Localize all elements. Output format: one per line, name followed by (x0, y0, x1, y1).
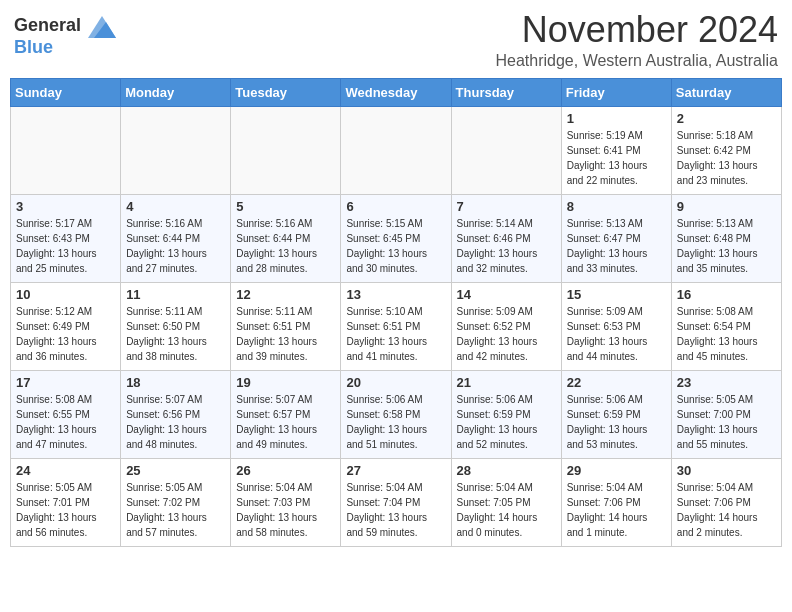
logo-general-text: General (14, 15, 81, 35)
day-number: 11 (126, 287, 225, 302)
day-info: Sunrise: 5:11 AM Sunset: 6:51 PM Dayligh… (236, 304, 335, 364)
day-info: Sunrise: 5:07 AM Sunset: 6:56 PM Dayligh… (126, 392, 225, 452)
calendar-week-row: 17Sunrise: 5:08 AM Sunset: 6:55 PM Dayli… (11, 370, 782, 458)
logo: General Blue (14, 16, 116, 56)
day-number: 15 (567, 287, 666, 302)
day-info: Sunrise: 5:09 AM Sunset: 6:52 PM Dayligh… (457, 304, 556, 364)
calendar-cell: 25Sunrise: 5:05 AM Sunset: 7:02 PM Dayli… (121, 458, 231, 546)
logo-blue-text: Blue (14, 38, 53, 56)
calendar-cell: 2Sunrise: 5:18 AM Sunset: 6:42 PM Daylig… (671, 106, 781, 194)
calendar-week-row: 1Sunrise: 5:19 AM Sunset: 6:41 PM Daylig… (11, 106, 782, 194)
day-number: 27 (346, 463, 445, 478)
day-info: Sunrise: 5:05 AM Sunset: 7:01 PM Dayligh… (16, 480, 115, 540)
calendar-cell: 26Sunrise: 5:04 AM Sunset: 7:03 PM Dayli… (231, 458, 341, 546)
calendar-cell: 13Sunrise: 5:10 AM Sunset: 6:51 PM Dayli… (341, 282, 451, 370)
day-number: 24 (16, 463, 115, 478)
day-number: 6 (346, 199, 445, 214)
day-number: 9 (677, 199, 776, 214)
calendar-cell (341, 106, 451, 194)
calendar-cell: 7Sunrise: 5:14 AM Sunset: 6:46 PM Daylig… (451, 194, 561, 282)
weekday-header-tuesday: Tuesday (231, 78, 341, 106)
day-number: 23 (677, 375, 776, 390)
calendar-cell: 12Sunrise: 5:11 AM Sunset: 6:51 PM Dayli… (231, 282, 341, 370)
calendar-cell: 30Sunrise: 5:04 AM Sunset: 7:06 PM Dayli… (671, 458, 781, 546)
day-number: 28 (457, 463, 556, 478)
day-info: Sunrise: 5:15 AM Sunset: 6:45 PM Dayligh… (346, 216, 445, 276)
day-info: Sunrise: 5:06 AM Sunset: 6:59 PM Dayligh… (457, 392, 556, 452)
day-info: Sunrise: 5:07 AM Sunset: 6:57 PM Dayligh… (236, 392, 335, 452)
calendar-cell: 16Sunrise: 5:08 AM Sunset: 6:54 PM Dayli… (671, 282, 781, 370)
day-info: Sunrise: 5:04 AM Sunset: 7:05 PM Dayligh… (457, 480, 556, 540)
location-title: Heathridge, Western Australia, Australia (495, 52, 778, 70)
day-number: 30 (677, 463, 776, 478)
day-info: Sunrise: 5:06 AM Sunset: 6:58 PM Dayligh… (346, 392, 445, 452)
calendar-cell: 4Sunrise: 5:16 AM Sunset: 6:44 PM Daylig… (121, 194, 231, 282)
calendar-header-row: SundayMondayTuesdayWednesdayThursdayFrid… (11, 78, 782, 106)
weekday-header-monday: Monday (121, 78, 231, 106)
day-info: Sunrise: 5:06 AM Sunset: 6:59 PM Dayligh… (567, 392, 666, 452)
day-info: Sunrise: 5:08 AM Sunset: 6:54 PM Dayligh… (677, 304, 776, 364)
day-number: 4 (126, 199, 225, 214)
day-number: 14 (457, 287, 556, 302)
weekday-header-thursday: Thursday (451, 78, 561, 106)
day-number: 18 (126, 375, 225, 390)
day-number: 13 (346, 287, 445, 302)
day-number: 10 (16, 287, 115, 302)
calendar-cell: 5Sunrise: 5:16 AM Sunset: 6:44 PM Daylig… (231, 194, 341, 282)
weekday-header-sunday: Sunday (11, 78, 121, 106)
calendar-cell: 17Sunrise: 5:08 AM Sunset: 6:55 PM Dayli… (11, 370, 121, 458)
logo-icon (88, 16, 116, 38)
weekday-header-saturday: Saturday (671, 78, 781, 106)
calendar-cell: 21Sunrise: 5:06 AM Sunset: 6:59 PM Dayli… (451, 370, 561, 458)
day-info: Sunrise: 5:12 AM Sunset: 6:49 PM Dayligh… (16, 304, 115, 364)
calendar-cell: 15Sunrise: 5:09 AM Sunset: 6:53 PM Dayli… (561, 282, 671, 370)
calendar-cell: 14Sunrise: 5:09 AM Sunset: 6:52 PM Dayli… (451, 282, 561, 370)
day-info: Sunrise: 5:13 AM Sunset: 6:47 PM Dayligh… (567, 216, 666, 276)
day-number: 26 (236, 463, 335, 478)
day-number: 22 (567, 375, 666, 390)
day-number: 17 (16, 375, 115, 390)
day-info: Sunrise: 5:04 AM Sunset: 7:04 PM Dayligh… (346, 480, 445, 540)
day-info: Sunrise: 5:10 AM Sunset: 6:51 PM Dayligh… (346, 304, 445, 364)
calendar-cell: 28Sunrise: 5:04 AM Sunset: 7:05 PM Dayli… (451, 458, 561, 546)
calendar-cell: 6Sunrise: 5:15 AM Sunset: 6:45 PM Daylig… (341, 194, 451, 282)
day-info: Sunrise: 5:04 AM Sunset: 7:06 PM Dayligh… (567, 480, 666, 540)
day-number: 2 (677, 111, 776, 126)
calendar-cell: 19Sunrise: 5:07 AM Sunset: 6:57 PM Dayli… (231, 370, 341, 458)
weekday-header-wednesday: Wednesday (341, 78, 451, 106)
day-info: Sunrise: 5:04 AM Sunset: 7:03 PM Dayligh… (236, 480, 335, 540)
day-info: Sunrise: 5:13 AM Sunset: 6:48 PM Dayligh… (677, 216, 776, 276)
calendar-week-row: 24Sunrise: 5:05 AM Sunset: 7:01 PM Dayli… (11, 458, 782, 546)
day-number: 20 (346, 375, 445, 390)
calendar-cell: 23Sunrise: 5:05 AM Sunset: 7:00 PM Dayli… (671, 370, 781, 458)
day-info: Sunrise: 5:17 AM Sunset: 6:43 PM Dayligh… (16, 216, 115, 276)
day-number: 16 (677, 287, 776, 302)
calendar-cell: 20Sunrise: 5:06 AM Sunset: 6:58 PM Dayli… (341, 370, 451, 458)
page-header: General Blue November 2024 Heathridge, W… (10, 10, 782, 70)
calendar-cell (451, 106, 561, 194)
calendar-cell: 24Sunrise: 5:05 AM Sunset: 7:01 PM Dayli… (11, 458, 121, 546)
day-info: Sunrise: 5:08 AM Sunset: 6:55 PM Dayligh… (16, 392, 115, 452)
day-number: 7 (457, 199, 556, 214)
calendar-cell (121, 106, 231, 194)
calendar-cell: 1Sunrise: 5:19 AM Sunset: 6:41 PM Daylig… (561, 106, 671, 194)
calendar-cell: 10Sunrise: 5:12 AM Sunset: 6:49 PM Dayli… (11, 282, 121, 370)
day-number: 25 (126, 463, 225, 478)
calendar-cell: 29Sunrise: 5:04 AM Sunset: 7:06 PM Dayli… (561, 458, 671, 546)
calendar-cell: 8Sunrise: 5:13 AM Sunset: 6:47 PM Daylig… (561, 194, 671, 282)
day-info: Sunrise: 5:18 AM Sunset: 6:42 PM Dayligh… (677, 128, 776, 188)
calendar-cell: 3Sunrise: 5:17 AM Sunset: 6:43 PM Daylig… (11, 194, 121, 282)
calendar-cell: 11Sunrise: 5:11 AM Sunset: 6:50 PM Dayli… (121, 282, 231, 370)
weekday-header-friday: Friday (561, 78, 671, 106)
day-info: Sunrise: 5:16 AM Sunset: 6:44 PM Dayligh… (236, 216, 335, 276)
day-info: Sunrise: 5:05 AM Sunset: 7:00 PM Dayligh… (677, 392, 776, 452)
calendar-cell: 18Sunrise: 5:07 AM Sunset: 6:56 PM Dayli… (121, 370, 231, 458)
day-info: Sunrise: 5:14 AM Sunset: 6:46 PM Dayligh… (457, 216, 556, 276)
day-info: Sunrise: 5:09 AM Sunset: 6:53 PM Dayligh… (567, 304, 666, 364)
calendar-table: SundayMondayTuesdayWednesdayThursdayFrid… (10, 78, 782, 547)
day-number: 8 (567, 199, 666, 214)
day-number: 1 (567, 111, 666, 126)
calendar-cell: 27Sunrise: 5:04 AM Sunset: 7:04 PM Dayli… (341, 458, 451, 546)
day-number: 12 (236, 287, 335, 302)
day-info: Sunrise: 5:19 AM Sunset: 6:41 PM Dayligh… (567, 128, 666, 188)
